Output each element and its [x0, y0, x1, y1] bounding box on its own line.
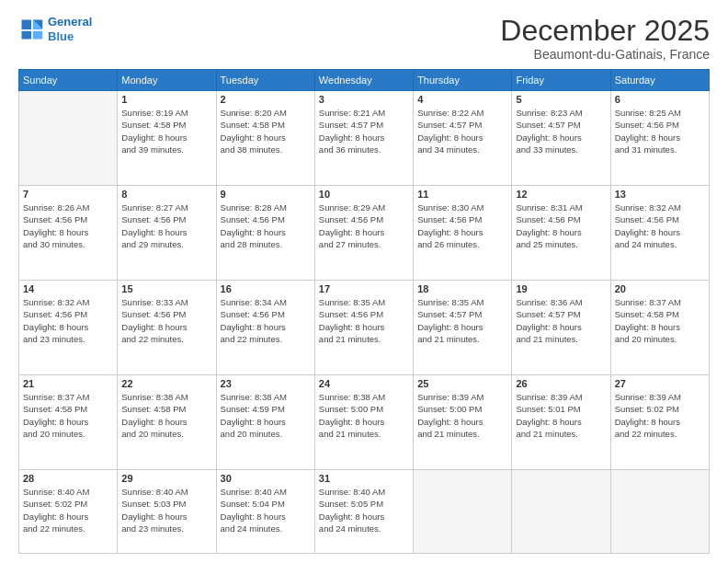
calendar-cell: 15 Sunrise: 8:33 AM Sunset: 4:56 PM Dayl… — [118, 281, 216, 375]
day-info: Sunrise: 8:32 AM Sunset: 4:56 PM Dayligh… — [23, 296, 113, 345]
day-info: Sunrise: 8:33 AM Sunset: 4:56 PM Dayligh… — [121, 296, 211, 345]
day-number: 7 — [23, 189, 113, 200]
day-number: 21 — [23, 378, 113, 389]
day-info: Sunrise: 8:35 AM Sunset: 4:56 PM Dayligh… — [319, 296, 409, 345]
day-info: Sunrise: 8:26 AM Sunset: 4:56 PM Dayligh… — [23, 201, 113, 250]
location-subtitle: Beaumont-du-Gatinais, France — [500, 47, 710, 62]
calendar-cell: 11 Sunrise: 8:30 AM Sunset: 4:56 PM Dayl… — [414, 186, 512, 281]
calendar-cell: 27 Sunrise: 8:39 AM Sunset: 5:02 PM Dayl… — [610, 375, 709, 470]
day-info: Sunrise: 8:38 AM Sunset: 4:58 PM Dayligh… — [121, 391, 211, 440]
logo-line1: General — [48, 15, 92, 29]
header-tuesday: Tuesday — [216, 70, 314, 91]
day-number: 11 — [417, 189, 507, 200]
calendar-cell: 24 Sunrise: 8:38 AM Sunset: 5:00 PM Dayl… — [314, 375, 413, 470]
day-info: Sunrise: 8:32 AM Sunset: 4:56 PM Dayligh… — [615, 201, 705, 250]
calendar-cell: 30 Sunrise: 8:40 AM Sunset: 5:04 PM Dayl… — [216, 470, 314, 554]
day-info: Sunrise: 8:25 AM Sunset: 4:56 PM Dayligh… — [615, 107, 705, 155]
day-number: 12 — [516, 189, 606, 200]
day-info: Sunrise: 8:37 AM Sunset: 4:58 PM Dayligh… — [615, 296, 705, 345]
header-friday: Friday — [512, 70, 610, 91]
calendar-cell: 17 Sunrise: 8:35 AM Sunset: 4:56 PM Dayl… — [314, 281, 413, 375]
day-number: 26 — [516, 378, 606, 389]
day-info: Sunrise: 8:29 AM Sunset: 4:56 PM Dayligh… — [319, 201, 409, 250]
calendar-cell: 16 Sunrise: 8:34 AM Sunset: 4:56 PM Dayl… — [216, 281, 314, 375]
day-number: 25 — [417, 378, 507, 389]
day-number: 22 — [121, 378, 211, 389]
calendar-cell: 6 Sunrise: 8:25 AM Sunset: 4:56 PM Dayli… — [610, 91, 709, 186]
logo-line2: Blue — [48, 29, 74, 43]
header-saturday: Saturday — [610, 70, 709, 91]
calendar-cell: 23 Sunrise: 8:38 AM Sunset: 4:59 PM Dayl… — [216, 375, 314, 470]
calendar-cell: 5 Sunrise: 8:23 AM Sunset: 4:57 PM Dayli… — [512, 91, 610, 186]
calendar-cell: 28 Sunrise: 8:40 AM Sunset: 5:02 PM Dayl… — [19, 470, 118, 554]
calendar-cell: 4 Sunrise: 8:22 AM Sunset: 4:57 PM Dayli… — [414, 91, 512, 186]
header-sunday: Sunday — [19, 70, 118, 91]
calendar-cell: 21 Sunrise: 8:37 AM Sunset: 4:58 PM Dayl… — [19, 375, 118, 470]
day-number: 1 — [121, 94, 211, 105]
day-number: 16 — [221, 283, 311, 294]
calendar-cell: 14 Sunrise: 8:32 AM Sunset: 4:56 PM Dayl… — [19, 281, 118, 375]
day-number: 18 — [417, 283, 507, 294]
calendar-cell: 7 Sunrise: 8:26 AM Sunset: 4:56 PM Dayli… — [19, 186, 118, 281]
day-info: Sunrise: 8:40 AM Sunset: 5:05 PM Dayligh… — [319, 486, 409, 534]
logo-text: General Blue — [48, 15, 92, 43]
day-info: Sunrise: 8:22 AM Sunset: 4:57 PM Dayligh… — [417, 107, 507, 155]
calendar-cell: 3 Sunrise: 8:21 AM Sunset: 4:57 PM Dayli… — [314, 91, 413, 186]
day-number: 24 — [319, 378, 409, 389]
logo: General Blue — [18, 15, 92, 43]
calendar-cell: 19 Sunrise: 8:36 AM Sunset: 4:57 PM Dayl… — [512, 281, 610, 375]
day-info: Sunrise: 8:37 AM Sunset: 4:58 PM Dayligh… — [23, 391, 113, 440]
calendar-cell: 26 Sunrise: 8:39 AM Sunset: 5:01 PM Dayl… — [512, 375, 610, 470]
day-number: 6 — [615, 94, 705, 105]
logo-icon — [18, 17, 44, 42]
day-number: 3 — [319, 94, 409, 105]
calendar-cell: 20 Sunrise: 8:37 AM Sunset: 4:58 PM Dayl… — [610, 281, 709, 375]
calendar-cell — [414, 470, 512, 554]
calendar-cell — [19, 91, 118, 186]
title-block: December 2025 Beaumont-du-Gatinais, Fran… — [500, 15, 710, 62]
calendar-cell: 13 Sunrise: 8:32 AM Sunset: 4:56 PM Dayl… — [610, 186, 709, 281]
calendar-cell: 9 Sunrise: 8:28 AM Sunset: 4:56 PM Dayli… — [216, 186, 314, 281]
day-info: Sunrise: 8:36 AM Sunset: 4:57 PM Dayligh… — [516, 296, 606, 345]
day-info: Sunrise: 8:39 AM Sunset: 5:02 PM Dayligh… — [615, 391, 705, 440]
calendar-cell: 1 Sunrise: 8:19 AM Sunset: 4:58 PM Dayli… — [118, 91, 216, 186]
day-info: Sunrise: 8:19 AM Sunset: 4:58 PM Dayligh… — [121, 107, 211, 155]
day-number: 8 — [121, 189, 211, 200]
calendar-cell: 22 Sunrise: 8:38 AM Sunset: 4:58 PM Dayl… — [118, 375, 216, 470]
day-info: Sunrise: 8:38 AM Sunset: 5:00 PM Dayligh… — [319, 391, 409, 440]
day-number: 28 — [23, 473, 113, 484]
day-info: Sunrise: 8:23 AM Sunset: 4:57 PM Dayligh… — [516, 107, 606, 155]
day-info: Sunrise: 8:20 AM Sunset: 4:58 PM Dayligh… — [221, 107, 311, 155]
calendar-cell: 31 Sunrise: 8:40 AM Sunset: 5:05 PM Dayl… — [314, 470, 413, 554]
calendar-cell: 29 Sunrise: 8:40 AM Sunset: 5:03 PM Dayl… — [118, 470, 216, 554]
day-info: Sunrise: 8:21 AM Sunset: 4:57 PM Dayligh… — [319, 107, 409, 155]
calendar-cell: 25 Sunrise: 8:39 AM Sunset: 5:00 PM Dayl… — [414, 375, 512, 470]
calendar-table: Sunday Monday Tuesday Wednesday Thursday… — [18, 69, 710, 554]
header: General Blue December 2025 Beaumont-du-G… — [18, 15, 710, 62]
day-number: 15 — [121, 283, 211, 294]
day-info: Sunrise: 8:30 AM Sunset: 4:56 PM Dayligh… — [417, 201, 507, 250]
svg-rect-4 — [33, 30, 43, 39]
day-info: Sunrise: 8:28 AM Sunset: 4:56 PM Dayligh… — [221, 201, 311, 250]
day-info: Sunrise: 8:40 AM Sunset: 5:03 PM Dayligh… — [121, 486, 211, 534]
day-info: Sunrise: 8:40 AM Sunset: 5:04 PM Dayligh… — [221, 486, 311, 534]
month-title: December 2025 — [500, 15, 710, 47]
day-number: 10 — [319, 189, 409, 200]
page: General Blue December 2025 Beaumont-du-G… — [0, 0, 728, 563]
day-number: 23 — [221, 378, 311, 389]
header-wednesday: Wednesday — [314, 70, 413, 91]
day-number: 9 — [221, 189, 311, 200]
calendar-cell: 8 Sunrise: 8:27 AM Sunset: 4:56 PM Dayli… — [118, 186, 216, 281]
day-number: 19 — [516, 283, 606, 294]
calendar-cell — [512, 470, 610, 554]
header-monday: Monday — [118, 70, 216, 91]
day-info: Sunrise: 8:35 AM Sunset: 4:57 PM Dayligh… — [417, 296, 507, 345]
day-info: Sunrise: 8:39 AM Sunset: 5:00 PM Dayligh… — [417, 391, 507, 440]
day-number: 17 — [319, 283, 409, 294]
svg-rect-3 — [22, 30, 32, 39]
day-info: Sunrise: 8:39 AM Sunset: 5:01 PM Dayligh… — [516, 391, 606, 440]
day-number: 30 — [221, 473, 311, 484]
day-number: 13 — [615, 189, 705, 200]
calendar-cell: 2 Sunrise: 8:20 AM Sunset: 4:58 PM Dayli… — [216, 91, 314, 186]
calendar-cell: 12 Sunrise: 8:31 AM Sunset: 4:56 PM Dayl… — [512, 186, 610, 281]
